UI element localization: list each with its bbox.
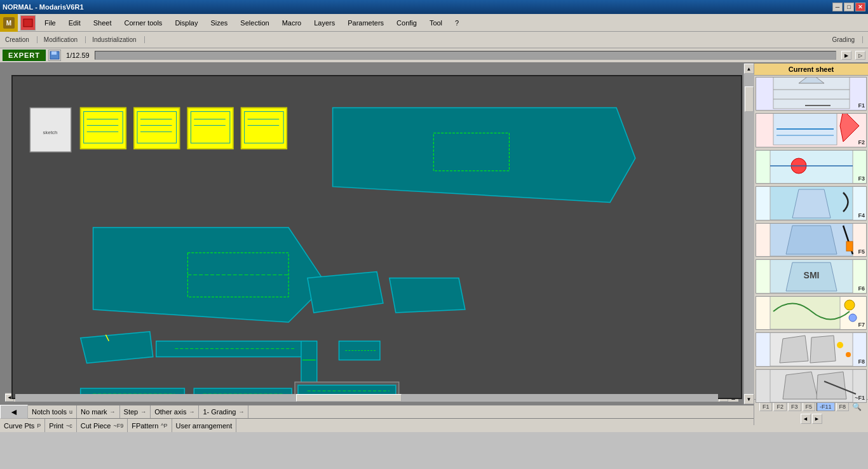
current-sheet-header: Current sheet: [754, 64, 868, 76]
panel-f5[interactable]: F5: [756, 223, 867, 257]
notch-tools-label: Notch tools: [32, 408, 67, 416]
save-icon[interactable]: [48, 50, 61, 61]
panel-f7[interactable]: F7: [756, 296, 867, 330]
user-arrangement-label: User arrangement: [176, 422, 233, 430]
menu-file[interactable]: File: [38, 17, 62, 29]
red-icon[interactable]: [20, 15, 36, 31]
other-axis-section: Other axis →: [151, 405, 199, 418]
svg-marker-71: [780, 336, 808, 363]
no-mark-section: No mark →: [77, 405, 120, 418]
other-axis-label: Other axis: [154, 408, 186, 416]
svg-rect-12: [134, 108, 179, 149]
vscroll-track: [744, 74, 754, 394]
mini-f1-btn[interactable]: F1: [759, 402, 773, 411]
menu-macro[interactable]: Macro: [276, 17, 308, 29]
user-arrangement-section: User arrangement: [172, 419, 237, 432]
svg-rect-63: [846, 241, 853, 251]
fpattern-section: FPattern ^P: [128, 419, 172, 432]
hscroll-thumb[interactable]: [296, 394, 402, 402]
status-bar: ◄ Notch tools u No mark → Step → Other a…: [0, 404, 868, 418]
canvas-area: sketch: [0, 64, 743, 404]
svg-rect-34: [156, 341, 308, 357]
curve-pts-label: Curve Pts: [4, 422, 34, 430]
no-mark-label: No mark: [81, 408, 107, 416]
progress-bar: [95, 51, 836, 60]
window-controls: ─ □ ✕: [832, 3, 865, 11]
industrialization-label: Industrialization: [90, 36, 139, 43]
panel-tilde-f1-label: ~F1: [855, 395, 865, 401]
svg-rect-7: [81, 108, 126, 149]
nav-right-btn[interactable]: ►: [812, 414, 822, 424]
curve-pts-section: Curve Pts P: [0, 419, 45, 432]
svg-marker-27: [93, 228, 327, 322]
svg-marker-61: [786, 226, 837, 254]
panel-f3[interactable]: F3: [756, 150, 867, 184]
scroll-right-btn[interactable]: ▶: [841, 51, 851, 60]
panel-f3-label: F3: [858, 175, 865, 182]
svg-marker-30: [308, 272, 383, 313]
svg-text:M: M: [6, 20, 11, 27]
cut-piece-section: Cut Piece ~F9: [77, 419, 128, 432]
mini-f2-btn[interactable]: F2: [773, 402, 787, 411]
vscroll-up-btn[interactable]: ▲: [744, 64, 754, 74]
menu-layers[interactable]: Layers: [308, 17, 341, 29]
menu-bar: M File Edit Sheet Corner tools Display S…: [0, 14, 868, 32]
menu-help[interactable]: ?: [449, 17, 465, 29]
vscroll-thumb[interactable]: [745, 86, 754, 112]
menu-config[interactable]: Config: [390, 17, 423, 29]
creation-label: Creation: [3, 36, 32, 43]
mini-f8-btn[interactable]: F8: [836, 402, 850, 411]
grading-arrow: →: [238, 409, 244, 415]
notch-arrow-btn[interactable]: ◄: [0, 405, 28, 419]
panel-f1[interactable]: F1: [756, 77, 867, 111]
menu-sheet[interactable]: Sheet: [87, 17, 118, 29]
industrialization-section: Industrialization: [90, 36, 144, 43]
svg-marker-25: [333, 108, 635, 203]
titlebar: NORMAL - ModarisV6R1 ─ □ ✕: [0, 0, 868, 14]
no-mark-arrow: →: [110, 409, 116, 415]
panel-f2[interactable]: F2: [756, 113, 867, 147]
h-scrollbar: ◄ ► Z: [5, 393, 738, 402]
panel-f6[interactable]: SMI F6: [756, 259, 867, 293]
panel-toggle[interactable]: ▷: [855, 51, 865, 60]
app-logo: M: [0, 14, 18, 32]
print-key: ~c: [66, 423, 72, 429]
svg-marker-72: [810, 336, 836, 363]
svg-text:sketch: sketch: [43, 130, 58, 135]
expert-button[interactable]: EXPERT: [3, 50, 46, 61]
menu-sizes[interactable]: Sizes: [204, 17, 234, 29]
main-area: sketch: [0, 64, 868, 404]
svg-rect-55: [770, 150, 853, 184]
drawing-canvas[interactable]: sketch: [11, 75, 742, 399]
scale-label: 1/12.59: [66, 51, 90, 59]
mini-f11neg-btn[interactable]: -F11: [817, 402, 835, 411]
fpattern-label: FPattern: [132, 422, 158, 430]
other-axis-arrow: →: [189, 409, 194, 415]
menu-edit[interactable]: Edit: [62, 17, 87, 29]
menu-display[interactable]: Display: [168, 17, 204, 29]
maximize-button[interactable]: □: [844, 3, 854, 11]
panel-f8[interactable]: F8: [756, 332, 867, 366]
menu-corner-tools[interactable]: Corner tools: [118, 17, 168, 29]
close-button[interactable]: ✕: [855, 3, 865, 11]
menu-parameters[interactable]: Parameters: [341, 17, 390, 29]
mini-f5-btn[interactable]: F5: [803, 402, 816, 411]
menu-selection[interactable]: Selection: [234, 17, 275, 29]
svg-text:SMI: SMI: [803, 270, 819, 280]
panel-f6-label: F6: [858, 285, 865, 292]
cut-key: ~F9: [113, 423, 123, 429]
menu-tool[interactable]: Tool: [423, 17, 449, 29]
panel-f4[interactable]: F4: [756, 186, 867, 220]
svg-rect-36: [301, 341, 317, 388]
pattern-canvas: sketch: [13, 76, 741, 398]
mini-f3-btn[interactable]: F3: [788, 402, 801, 411]
nav-left-btn[interactable]: ◄: [801, 414, 811, 424]
svg-rect-21: [241, 108, 287, 149]
app-title: NORMAL - ModarisV6R1: [3, 3, 84, 11]
notch-tools-section: Notch tools u: [28, 405, 77, 418]
minimize-button[interactable]: ─: [832, 3, 843, 11]
svg-marker-77: [817, 372, 846, 399]
panel-tilde-f1[interactable]: ~F1: [756, 369, 867, 403]
svg-rect-17: [187, 108, 233, 149]
vscroll-down-btn[interactable]: ▼: [744, 394, 754, 404]
